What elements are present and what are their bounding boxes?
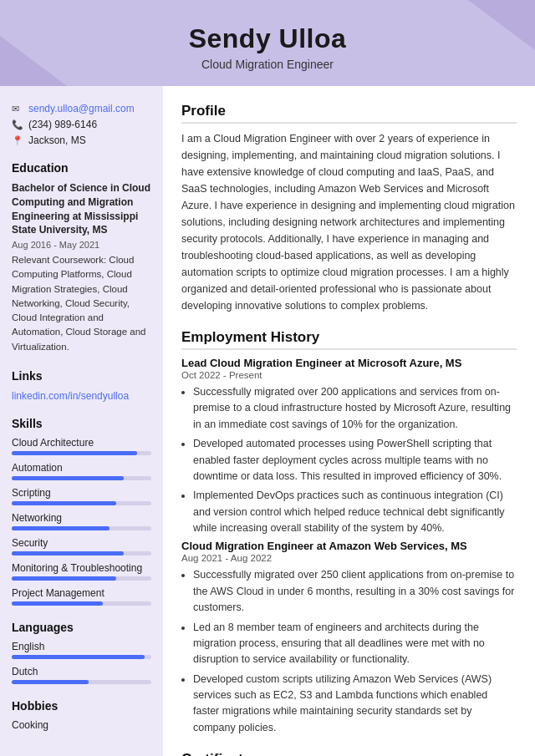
profile-text: I am a Cloud Migration Engineer with ove… <box>181 130 517 314</box>
job-title: Lead Cloud Migration Engineer at Microso… <box>181 357 517 369</box>
skill-bar-fill <box>12 501 116 505</box>
phone-item: 📞 (234) 989-6146 <box>12 119 151 130</box>
job-bullet: Led an 8 member team of engineers and ar… <box>193 620 517 668</box>
header-decoration-right <box>468 0 535 50</box>
job-bullet: Successfully migrated over 200 applicati… <box>193 384 517 433</box>
job-bullet: Developed custom scripts utilizing Amazo… <box>193 672 517 737</box>
job-item: Cloud Migration Engineer at Amazon Web S… <box>181 540 517 736</box>
employment-section: Employment History Lead Cloud Migration … <box>181 329 517 736</box>
skill-label: Automation <box>12 462 151 474</box>
hobbies-section: Hobbies Cooking <box>12 699 151 731</box>
language-item: English <box>12 641 151 659</box>
job-date: Aug 2021 - Aug 2022 <box>181 553 517 563</box>
skill-item: Monitoring & Troubleshooting <box>12 562 151 581</box>
skill-bar-bg <box>12 526 151 530</box>
skills-section: Skills Cloud Architecture Automation Scr… <box>12 417 151 606</box>
skill-item: Networking <box>12 512 151 530</box>
contact-section: ✉ sendy.ulloa@gmail.com 📞 (234) 989-6146… <box>12 103 151 146</box>
location-icon: 📍 <box>12 135 23 146</box>
email-link[interactable]: sendy.ulloa@gmail.com <box>28 103 135 114</box>
skill-item: Cloud Architecture <box>12 437 151 455</box>
languages-title: Languages <box>12 621 151 634</box>
linkedin-item: linkedin.com/in/sendyulloa <box>12 389 151 402</box>
skill-item: Automation <box>12 462 151 480</box>
email-icon: ✉ <box>12 104 23 114</box>
education-title: Education <box>12 161 151 175</box>
language-item: Dutch <box>12 666 151 684</box>
skill-label: Scripting <box>12 487 151 499</box>
skill-bar-bg <box>12 576 151 581</box>
language-bar-bg <box>12 680 151 684</box>
skill-bar-fill <box>12 601 103 606</box>
linkedin-link[interactable]: linkedin.com/in/sendyulloa <box>12 390 129 402</box>
education-date: Aug 2016 - May 2021 <box>12 240 151 250</box>
body-layout: ✉ sendy.ulloa@gmail.com 📞 (234) 989-6146… <box>0 86 535 756</box>
phone-text: (234) 989-6146 <box>28 119 97 130</box>
job-item: Lead Cloud Migration Engineer at Microso… <box>181 357 517 536</box>
language-label: Dutch <box>12 666 151 677</box>
jobs-list: Lead Cloud Migration Engineer at Microso… <box>181 357 517 736</box>
candidate-title: Cloud Migration Engineer <box>17 58 518 71</box>
skill-bar-fill <box>12 476 124 480</box>
skill-label: Networking <box>12 512 151 524</box>
hobbies-text: Cooking <box>12 719 151 731</box>
skill-label: Project Management <box>12 587 151 599</box>
skill-bar-bg <box>12 501 151 505</box>
job-bullets: Successfully migrated over 250 client ap… <box>181 567 517 736</box>
job-bullet: Successfully migrated over 250 client ap… <box>193 567 517 616</box>
links-section: Links linkedin.com/in/sendyulloa <box>12 369 151 402</box>
coursework-label: Relevant Coursework: <box>12 255 106 265</box>
skill-item: Security <box>12 537 151 556</box>
candidate-name: Sendy Ulloa <box>17 23 518 54</box>
email-item: ✉ sendy.ulloa@gmail.com <box>12 103 151 114</box>
language-label: English <box>12 641 151 652</box>
education-degree: Bachelor of Science in Cloud Computing a… <box>12 181 151 237</box>
links-title: Links <box>12 369 151 383</box>
header-decoration-left <box>0 36 67 86</box>
education-coursework: Relevant Coursework: Cloud Computing Pla… <box>12 253 151 354</box>
skill-bar-fill <box>12 451 137 455</box>
job-bullets: Successfully migrated over 200 applicati… <box>181 384 517 536</box>
skills-list: Cloud Architecture Automation Scripting … <box>12 437 151 606</box>
language-bar-fill <box>12 655 145 659</box>
skill-bar-bg <box>12 601 151 606</box>
skill-label: Monitoring & Troubleshooting <box>12 562 151 574</box>
skill-bar-bg <box>12 551 151 556</box>
location-item: 📍 Jackson, MS <box>12 134 151 146</box>
location-text: Jackson, MS <box>28 134 86 146</box>
skill-bar-fill <box>12 551 124 556</box>
profile-section: Profile I am a Cloud Migration Engineer … <box>181 103 517 314</box>
certificates-section: Certificates AWS Certified Solutions Arc… <box>181 751 517 756</box>
phone-icon: 📞 <box>12 119 23 130</box>
employment-section-title: Employment History <box>181 329 517 350</box>
skill-bar-bg <box>12 476 151 480</box>
job-bullet: Developed automated processes using Powe… <box>193 436 517 485</box>
profile-section-title: Profile <box>181 103 517 124</box>
sidebar: ✉ sendy.ulloa@gmail.com 📞 (234) 989-6146… <box>0 86 163 756</box>
education-section: Education Bachelor of Science in Cloud C… <box>12 161 151 354</box>
skill-bar-fill <box>12 526 110 530</box>
languages-section: Languages English Dutch <box>12 621 151 684</box>
job-bullet: Implemented DevOps practices such as con… <box>193 488 517 536</box>
skill-bar-bg <box>12 451 151 455</box>
skills-title: Skills <box>12 417 151 430</box>
job-title: Cloud Migration Engineer at Amazon Web S… <box>181 540 517 552</box>
certificates-section-title: Certificates <box>181 751 517 756</box>
language-bar-fill <box>12 680 89 684</box>
coursework-text: Cloud Computing Platforms, Cloud Migrati… <box>12 255 145 352</box>
hobbies-title: Hobbies <box>12 699 151 713</box>
skill-label: Security <box>12 537 151 549</box>
languages-list: English Dutch <box>12 641 151 684</box>
skill-item: Project Management <box>12 587 151 606</box>
language-bar-bg <box>12 655 151 659</box>
header: Sendy Ulloa Cloud Migration Engineer <box>0 0 535 86</box>
skill-label: Cloud Architecture <box>12 437 151 449</box>
skill-item: Scripting <box>12 487 151 505</box>
job-date: Oct 2022 - Present <box>181 370 517 380</box>
skill-bar-fill <box>12 576 116 581</box>
main-content: Profile I am a Cloud Migration Engineer … <box>163 86 535 756</box>
